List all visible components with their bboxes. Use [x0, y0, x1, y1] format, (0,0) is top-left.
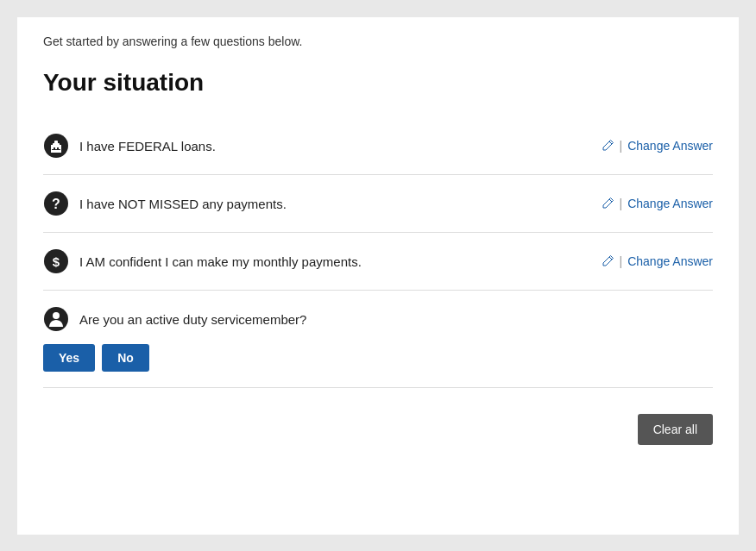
- yes-button[interactable]: Yes: [43, 344, 95, 372]
- svg-point-14: [53, 312, 60, 319]
- question-row-1: I have FEDERAL loans. | Change Answer: [43, 117, 713, 174]
- change-answer-link-2[interactable]: Change Answer: [627, 197, 713, 210]
- change-answer-link-1[interactable]: Change Answer: [627, 139, 713, 153]
- question-row-3: $ I AM confident I can make my monthly p…: [43, 233, 713, 290]
- svg-rect-6: [52, 149, 60, 150]
- question-row-2: ? I have NOT MISSED any payments. | Chan…: [43, 175, 713, 232]
- dollar-icon: $: [43, 248, 69, 274]
- page-container: Get started by answering a few questions…: [17, 17, 739, 535]
- svg-rect-8: [60, 145, 61, 153]
- section-title: Your situation: [43, 69, 713, 97]
- question-2-text: I have NOT MISSED any payments.: [79, 197, 287, 211]
- svg-text:$: $: [53, 254, 60, 269]
- active-duty-question: Are you an active duty servicemember?: [43, 306, 713, 332]
- person-icon: [43, 306, 69, 332]
- svg-rect-7: [51, 145, 52, 153]
- svg-text:?: ?: [52, 197, 60, 211]
- svg-rect-3: [54, 141, 58, 144]
- no-button[interactable]: No: [102, 344, 149, 372]
- pencil-icon-1: [602, 139, 614, 153]
- pencil-icon-2: [602, 197, 614, 211]
- question-left-3: $ I AM confident I can make my monthly p…: [43, 248, 362, 274]
- question-left-2: ? I have NOT MISSED any payments.: [43, 191, 287, 216]
- change-answer-3: | Change Answer: [602, 254, 713, 269]
- clear-all-button[interactable]: Clear all: [638, 414, 713, 445]
- active-duty-section: Are you an active duty servicemember? Ye…: [43, 291, 713, 387]
- divider-4: [43, 387, 713, 388]
- change-answer-link-3[interactable]: Change Answer: [627, 254, 713, 268]
- question-mark-icon: ?: [43, 191, 69, 216]
- intro-text: Get started by answering a few questions…: [43, 34, 713, 48]
- btn-group-active-duty: Yes No: [43, 344, 713, 372]
- question-left-1: I have FEDERAL loans.: [43, 133, 216, 159]
- question-3-text: I AM confident I can make my monthly pay…: [79, 254, 362, 269]
- building-icon: [43, 133, 69, 159]
- active-duty-text: Are you an active duty servicemember?: [79, 312, 306, 327]
- pencil-icon-3: [602, 254, 614, 269]
- question-1-text: I have FEDERAL loans.: [79, 139, 216, 153]
- bottom-section: Clear all: [43, 405, 713, 445]
- change-answer-2: | Change Answer: [602, 197, 713, 211]
- change-answer-1: | Change Answer: [602, 139, 713, 153]
